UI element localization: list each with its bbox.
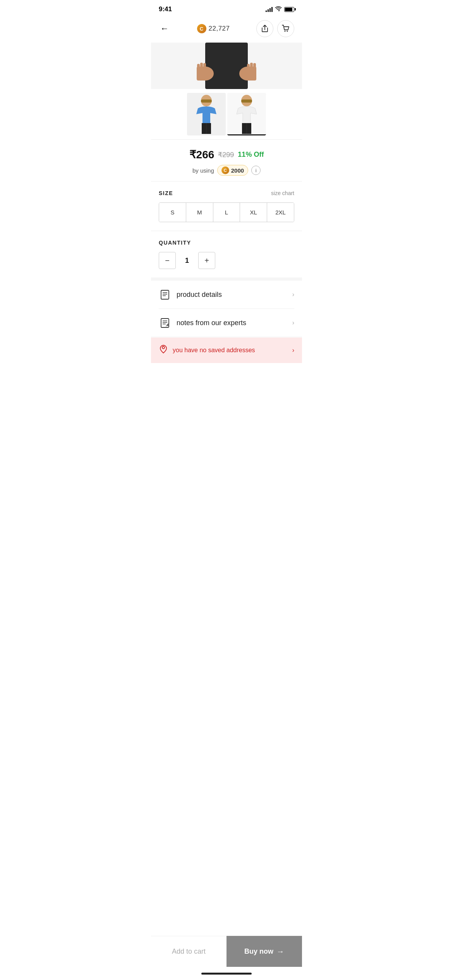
address-banner[interactable]: you have no saved addresses › [151,338,302,363]
original-price: ₹299 [218,151,234,159]
product-details-chevron: › [292,291,294,298]
back-button[interactable]: ← [159,22,170,35]
expert-notes-chevron: › [292,319,294,326]
thumbnail-white[interactable] [227,93,266,135]
product-image-svg [184,43,269,89]
quantity-increment[interactable]: + [198,252,215,269]
by-using-label: by using [192,167,214,174]
status-time: 9:41 [159,5,172,13]
product-main-image [151,43,302,89]
address-chevron: › [292,347,294,354]
svg-point-1 [287,31,288,32]
svg-rect-2 [205,43,248,89]
quantity-control: − 1 + [159,252,294,269]
header-coins-area: C 22,727 [197,24,230,33]
svg-rect-10 [247,64,250,70]
thumbnail-carousel [151,89,302,140]
header-coins-value: 22,727 [209,25,230,33]
header-actions [256,20,294,37]
quantity-value: 1 [177,257,197,265]
svg-rect-15 [201,99,212,103]
coin-badge-icon: C [221,166,229,174]
svg-rect-9 [203,63,206,70]
expert-notes-label: notes from our experts [177,319,246,327]
price-section: ₹266 ₹299 11% Off by using C 2000 i [151,140,302,182]
current-price: ₹266 [189,148,214,161]
size-option-s[interactable]: S [159,203,186,222]
svg-rect-11 [250,63,253,70]
product-details-icon [159,288,171,301]
product-details-label: product details [177,291,222,299]
product-details-left: product details [159,288,222,301]
wifi-icon [275,6,282,13]
address-left: you have no saved addresses [159,344,255,356]
product-details-row[interactable]: product details › [159,281,294,309]
quantity-decrement[interactable]: − [159,252,176,269]
coins-amount: 2000 [231,167,244,174]
svg-rect-8 [200,63,203,70]
size-option-l[interactable]: L [213,203,240,222]
status-icons [266,6,294,13]
battery-icon [284,7,294,12]
svg-point-32 [162,346,165,349]
price-row: ₹266 ₹299 11% Off [159,148,294,161]
coin-logo: C [197,24,206,33]
svg-rect-7 [197,64,200,70]
quantity-section: QUANTITY − 1 + [151,231,302,281]
coins-badge: C 2000 [217,165,248,176]
size-option-xl[interactable]: XL [240,203,267,222]
expert-notes-left: notes from our experts [159,317,246,329]
size-section: SIZE size chart S M L XL 2XL [151,182,302,231]
coins-row: by using C 2000 i [159,165,294,176]
header: ← C 22,727 [151,16,302,43]
thumbnail-blue[interactable] [187,93,226,135]
cart-button[interactable] [277,20,294,37]
svg-line-31 [166,325,166,327]
signal-icon [266,7,273,12]
expert-notes-row[interactable]: notes from our experts › [159,309,294,337]
address-text: you have no saved addresses [173,347,255,354]
expert-notes-icon [159,317,171,329]
svg-point-0 [285,31,286,32]
size-grid: S M L XL 2XL [159,202,294,222]
address-icon [159,344,168,356]
discount-label: 11% Off [238,151,264,159]
details-section: product details › notes from our experts… [151,281,302,337]
size-chart-link[interactable]: size chart [271,190,294,196]
status-bar: 9:41 [151,0,302,16]
share-button[interactable] [256,20,273,37]
svg-rect-23 [161,290,169,299]
size-option-2xl[interactable]: 2XL [267,203,294,222]
size-title: SIZE [159,190,173,196]
size-option-m[interactable]: M [186,203,213,222]
svg-rect-20 [241,99,252,103]
quantity-title: QUANTITY [159,240,294,246]
size-section-header: SIZE size chart [159,190,294,196]
svg-rect-12 [253,63,256,70]
info-button[interactable]: i [251,166,261,175]
